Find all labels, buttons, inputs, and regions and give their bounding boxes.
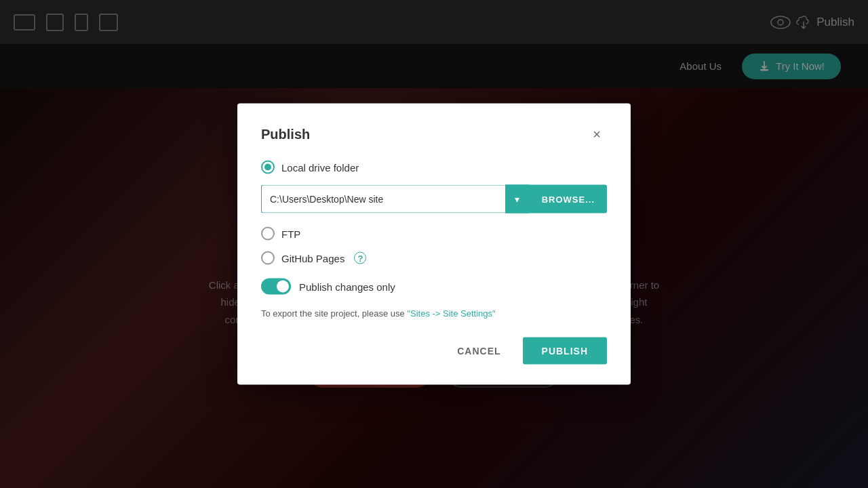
export-link[interactable]: "Sites -> Site Settings" [407,308,495,319]
export-static-text: To export the site project, please use [261,308,407,319]
chevron-down-icon: ▾ [515,194,519,205]
publish-modal: Publish × Local drive folder ▾ BROWSE...… [237,104,631,385]
close-icon: × [593,126,601,142]
modal-footer: CANCEL PUBLISH [261,338,607,365]
path-input[interactable] [261,185,505,214]
export-text: To export the site project, please use "… [261,308,607,319]
toggle-label: Publish changes only [299,281,395,292]
ftp-label: FTP [281,228,300,239]
modal-title: Publish [261,126,310,142]
local-drive-label: Local drive folder [281,161,359,173]
publish-confirm-button[interactable]: PUBLISH [523,338,607,365]
github-help-icon[interactable]: ? [354,252,366,264]
cancel-button[interactable]: CANCEL [446,339,511,363]
dropdown-button[interactable]: ▾ [505,185,530,214]
github-radio[interactable] [261,251,275,265]
local-drive-radio[interactable] [261,161,275,174]
close-button[interactable]: × [587,124,607,144]
path-input-row: ▾ BROWSE... [261,185,607,214]
publish-changes-toggle[interactable] [261,279,291,295]
ftp-radio-row[interactable]: FTP [261,227,607,241]
github-radio-row[interactable]: GitHub Pages ? [261,251,607,265]
modal-header: Publish × [261,124,607,144]
ftp-radio[interactable] [261,227,275,241]
toggle-knob [277,281,289,293]
browse-button[interactable]: BROWSE... [530,185,607,214]
local-drive-radio-row[interactable]: Local drive folder [261,161,607,174]
github-label: GitHub Pages [281,252,344,264]
toggle-row[interactable]: Publish changes only [261,279,607,295]
